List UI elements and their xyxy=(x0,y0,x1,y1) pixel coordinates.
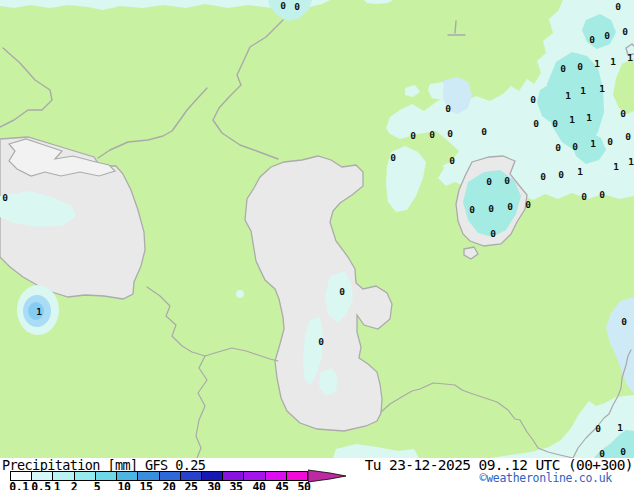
precip-value: 0 xyxy=(572,141,578,152)
precip-value: 0 xyxy=(481,126,487,137)
precip-value: 1 xyxy=(565,90,571,101)
precip-value: 0 xyxy=(2,192,8,203)
precip-value: 0 xyxy=(560,63,566,74)
precip-value: 1 xyxy=(610,56,616,67)
scale-tick-label: 25 xyxy=(185,480,198,490)
precip-value: 0 xyxy=(577,61,583,72)
scale-tick-label: 20 xyxy=(163,480,176,490)
precip-value: 1 xyxy=(580,85,586,96)
scale-box xyxy=(287,472,307,480)
precip-value: 0 xyxy=(507,201,513,212)
precip-value: 0 xyxy=(280,0,286,11)
precip-value: 0 xyxy=(410,130,416,141)
scale-tick-label: 1 xyxy=(54,480,60,490)
precip-value: 1 xyxy=(586,112,592,123)
precip-value: 1 xyxy=(594,58,600,69)
precip-value: 0 xyxy=(525,199,531,210)
scale-tick-label: 10 xyxy=(118,480,131,490)
legend-bar: Precipitation [mm] GFS 0.25 Tu 23-12-202… xyxy=(0,458,634,490)
precipitation-map: 0000000011101110000000011001000000111000… xyxy=(0,0,634,458)
scale-tick-label: 30 xyxy=(208,480,221,490)
scale-box xyxy=(223,472,244,480)
precip-value: 0 xyxy=(589,34,595,45)
scale-box xyxy=(11,472,32,480)
precip-value: 1 xyxy=(628,156,634,167)
scale-tick-label: 0.5 xyxy=(31,480,50,490)
scale-tick-label: 35 xyxy=(230,480,243,490)
scale-tick-label: 2 xyxy=(71,480,77,490)
precip-value: 0 xyxy=(533,118,539,129)
scale-box xyxy=(266,472,287,480)
precip-value: 0 xyxy=(339,286,345,297)
precip-value: 0 xyxy=(604,30,610,41)
precip-value: 0 xyxy=(445,103,451,114)
scale-box xyxy=(75,472,96,480)
scale-labels: 0.10.5125101520253035404550 xyxy=(0,480,340,490)
precip-value: 0 xyxy=(486,176,492,187)
precip-dot xyxy=(236,290,244,298)
precip-value: 1 xyxy=(569,114,575,125)
scale-box xyxy=(96,472,117,480)
precip-value: 0 xyxy=(294,1,300,12)
precip-value: 0 xyxy=(555,142,561,153)
scale-box xyxy=(202,472,223,480)
scale-tick-label: 0.1 xyxy=(9,480,28,490)
precip-value: 0 xyxy=(620,108,626,119)
precip-value: 0 xyxy=(429,129,435,140)
scale-box xyxy=(244,472,265,480)
precip-value: 0 xyxy=(621,316,627,327)
weather-map-screenshot: 0000000011101110000000011001000000111000… xyxy=(0,0,634,490)
precip-value: 0 xyxy=(449,155,455,166)
scale-box xyxy=(32,472,53,480)
precip-value: 0 xyxy=(622,26,628,37)
precip-value: 1 xyxy=(577,166,583,177)
precip-value: 0 xyxy=(625,131,631,142)
precip-value: 0 xyxy=(390,152,396,163)
precip-value: 1 xyxy=(590,138,596,149)
precip-value: 0 xyxy=(488,203,494,214)
precip-value: 1 xyxy=(36,306,42,317)
scale-tick-label: 45 xyxy=(276,480,289,490)
precip-value: 1 xyxy=(627,52,633,63)
precip-value: 0 xyxy=(595,423,601,434)
precip-value: 0 xyxy=(504,175,510,186)
scale-tick-label: 50 xyxy=(298,480,311,490)
scale-box xyxy=(160,472,181,480)
precip-value: 0 xyxy=(558,169,564,180)
precip-value: 0 xyxy=(447,128,453,139)
precip-value: 1 xyxy=(613,161,619,172)
scale-box xyxy=(117,472,138,480)
scale-box xyxy=(181,472,202,480)
precip-value: 0 xyxy=(469,204,475,215)
precip-value: 0 xyxy=(607,136,613,147)
scale-box xyxy=(138,472,159,480)
precip-value: 0 xyxy=(552,118,558,129)
precip-value: 0 xyxy=(530,94,536,105)
copyright-watermark: ©weatheronline.co.uk xyxy=(480,471,612,485)
precip-value: 1 xyxy=(599,83,605,94)
precip-value: 1 xyxy=(617,422,623,433)
scale-tick-label: 40 xyxy=(253,480,266,490)
precip-value: 0 xyxy=(540,171,546,182)
precip-value: 0 xyxy=(318,336,324,347)
precip-value: 0 xyxy=(490,228,496,239)
precip-value: 0 xyxy=(615,1,621,12)
precip-value: 0 xyxy=(620,446,626,457)
precip-value: 0 xyxy=(581,191,587,202)
precip-value: 0 xyxy=(599,189,605,200)
scale-tick-label: 15 xyxy=(140,480,153,490)
scale-box xyxy=(53,472,74,480)
scale-tick-label: 5 xyxy=(94,480,100,490)
